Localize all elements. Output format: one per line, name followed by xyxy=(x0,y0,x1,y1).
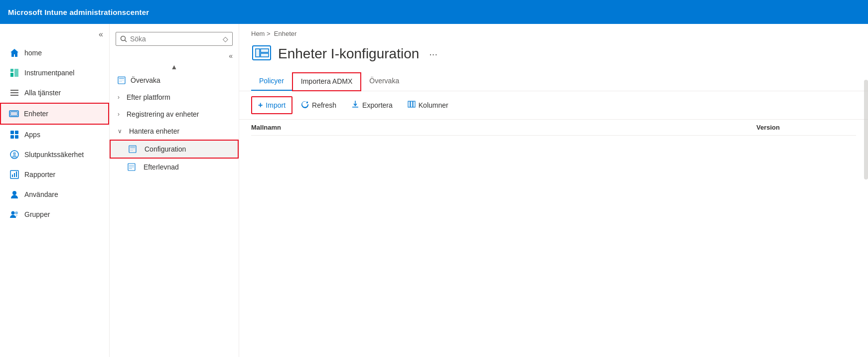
tab-importera-admx-label: Importera ADMX xyxy=(301,77,352,85)
svg-point-22 xyxy=(121,36,126,41)
sidebar-item-users[interactable]: Användare xyxy=(0,184,109,204)
tab-policyer[interactable]: Policyer xyxy=(251,73,292,91)
import-button[interactable]: + Import xyxy=(251,96,292,114)
services-icon xyxy=(9,88,19,98)
sub-nav: ◇ « ▲ Övervaka › Efter plattform xyxy=(110,24,239,357)
refresh-button-label: Refresh xyxy=(312,101,336,109)
sidebar-item-dashboard[interactable]: Instrumentpanel xyxy=(0,63,109,83)
tab-overvaka-label: Övervaka xyxy=(369,77,399,85)
sub-nav-item-efterlevnad[interactable]: Efterlevnad xyxy=(110,159,239,176)
reports-icon xyxy=(9,170,19,179)
page-title: Enheter I-konfiguration xyxy=(278,46,419,62)
import-button-label: Import xyxy=(266,101,286,109)
sub-nav-item-hantera[interactable]: ∨ Hantera enheter xyxy=(110,123,239,140)
svg-rect-5 xyxy=(10,95,18,96)
sub-nav-item-registrering[interactable]: › Registrering av enheter xyxy=(110,106,239,123)
svg-rect-35 xyxy=(129,168,132,169)
expand-plattform-icon: › xyxy=(118,94,120,101)
sub-nav-item-overvaka[interactable]: Övervaka xyxy=(110,72,239,89)
overvaka-icon xyxy=(118,76,126,84)
configuration-icon xyxy=(129,145,137,153)
svg-rect-42 xyxy=(352,107,358,108)
svg-rect-4 xyxy=(10,92,18,93)
main-content: Hem > Enheter Enheter I-konfiguration ··… xyxy=(239,24,868,357)
sub-nav-item-plattform-label: Efter plattform xyxy=(127,93,170,101)
search-icon xyxy=(120,35,127,42)
toolbar: + Import Refresh xyxy=(239,91,868,120)
search-clear-icon[interactable]: ◇ xyxy=(223,35,228,43)
svg-rect-9 xyxy=(10,131,14,134)
more-options-button[interactable]: ··· xyxy=(429,48,437,60)
svg-rect-2 xyxy=(10,69,13,72)
svg-rect-0 xyxy=(10,73,13,77)
sub-nav-collapse-button[interactable]: « xyxy=(110,50,239,62)
app-title: Microsoft Intune administrationscenter xyxy=(8,8,149,16)
users-icon xyxy=(9,189,19,199)
svg-line-23 xyxy=(125,40,127,42)
columns-button-label: Kolumner xyxy=(419,101,448,109)
sidebar-item-dashboard-label: Instrumentpanel xyxy=(24,69,74,77)
svg-rect-37 xyxy=(255,48,269,58)
table-header: Mallnamn Version xyxy=(251,120,856,136)
sub-nav-item-plattform[interactable]: › Efter plattform xyxy=(110,89,239,106)
svg-rect-27 xyxy=(119,81,122,82)
svg-point-21 xyxy=(15,211,18,214)
column-header-version: Version xyxy=(756,124,856,131)
svg-rect-44 xyxy=(411,101,413,107)
tabs-bar: Policyer Importera ADMX Övervaka xyxy=(239,72,868,91)
expand-hantera-icon: ∨ xyxy=(118,128,122,135)
svg-rect-11 xyxy=(10,135,14,139)
tab-importera-admx[interactable]: Importera ADMX xyxy=(292,72,361,91)
page-header: Enheter I-konfiguration ··· xyxy=(239,39,868,72)
sidebar-item-reports[interactable]: Rapporter xyxy=(0,165,109,184)
sidebar-item-devices[interactable]: Enheter xyxy=(0,103,109,125)
tab-overvaka[interactable]: Övervaka xyxy=(361,73,407,91)
sidebar-item-groups[interactable]: Grupper xyxy=(0,204,109,224)
svg-rect-3 xyxy=(10,90,18,91)
sub-nav-item-hantera-label: Hantera enheter xyxy=(129,127,179,135)
refresh-button[interactable]: Refresh xyxy=(294,96,343,114)
sub-nav-search-box[interactable]: ◇ xyxy=(116,32,233,46)
svg-rect-29 xyxy=(130,147,135,148)
svg-point-20 xyxy=(11,211,15,215)
sidebar: « home Instrumentpanel xyxy=(0,24,110,357)
sidebar-item-devices-label: Enheter xyxy=(24,110,48,118)
svg-rect-43 xyxy=(408,101,410,107)
sidebar-item-security[interactable]: Slutpunktssäkerhet xyxy=(0,145,109,165)
sidebar-item-apps[interactable]: Apps xyxy=(0,125,109,145)
sidebar-collapse-button[interactable]: « xyxy=(0,28,109,43)
refresh-icon xyxy=(301,100,309,110)
svg-rect-30 xyxy=(130,149,135,149)
columns-button[interactable]: Kolumner xyxy=(401,96,455,114)
collapse-icon: « xyxy=(99,30,103,39)
svg-rect-25 xyxy=(119,78,124,79)
svg-rect-16 xyxy=(12,175,13,177)
home-icon xyxy=(9,48,19,58)
svg-rect-7 xyxy=(10,112,17,116)
svg-rect-18 xyxy=(16,172,17,177)
content-area: ◇ « ▲ Övervaka › Efter plattform xyxy=(110,24,868,357)
svg-rect-10 xyxy=(15,131,18,134)
sub-nav-item-registrering-label: Registrering av enheter xyxy=(127,110,199,118)
data-table: Mallnamn Version xyxy=(239,120,868,136)
svg-rect-34 xyxy=(129,167,134,168)
sub-nav-item-overvaka-label: Övervaka xyxy=(131,76,160,84)
svg-rect-17 xyxy=(14,173,15,177)
sidebar-item-home-label: home xyxy=(24,49,42,57)
svg-point-19 xyxy=(12,191,16,195)
search-input[interactable] xyxy=(130,35,220,43)
sidebar-item-home[interactable]: home xyxy=(0,43,109,63)
groups-icon xyxy=(9,209,19,219)
security-icon xyxy=(9,150,19,160)
sub-nav-item-configuration[interactable]: Configuration xyxy=(110,140,239,159)
export-button[interactable]: Exportera xyxy=(345,96,399,114)
scroll-up-indicator: ▲ xyxy=(110,62,239,72)
sidebar-item-services[interactable]: Alla tjänster xyxy=(0,83,109,103)
columns-icon xyxy=(408,100,416,110)
collapse-chevron-icon: « xyxy=(229,52,233,60)
sidebar-item-apps-label: Apps xyxy=(24,131,40,139)
sub-nav-item-configuration-label: Configuration xyxy=(145,145,186,153)
svg-rect-33 xyxy=(129,165,134,166)
apps-icon xyxy=(9,130,19,140)
svg-rect-1 xyxy=(14,69,18,77)
